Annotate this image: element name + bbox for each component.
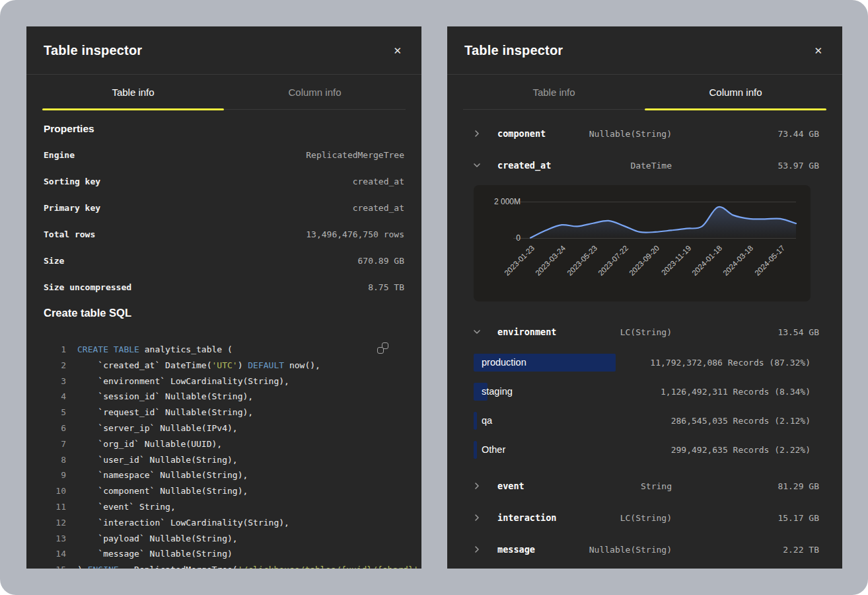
close-icon[interactable]: ✕	[811, 43, 825, 58]
sql-lines: 1CREATE TABLE analytics_table (2 `create…	[44, 342, 404, 569]
column-size: 53.97 GB	[672, 161, 819, 171]
property-value: created_at	[353, 203, 404, 213]
sql-text: `payload` Nullable(String),	[77, 531, 238, 547]
value-label: Other	[482, 444, 505, 455]
value-bar	[474, 412, 477, 430]
x-axis-label: 2024-03-18	[721, 244, 754, 277]
sql-text: `environment` LowCardinality(String),	[77, 374, 289, 389]
copy-button[interactable]	[377, 342, 388, 354]
chevron-down-icon[interactable]	[474, 162, 480, 169]
tab-column-info[interactable]: Column info	[224, 75, 406, 109]
chevron-right-icon[interactable]	[474, 546, 480, 553]
sql-text: `request_id` Nullable(String),	[77, 405, 253, 420]
tab-column-info[interactable]: Column info	[645, 75, 826, 109]
column-row-environment[interactable]: environmentLC(String)13.54 GB	[474, 316, 819, 348]
value-row-qa: qa286,545,035 Records (2.12%)	[474, 406, 819, 435]
sql-text: `server_ip` Nullable(IPv4),	[77, 420, 238, 436]
property-value: 670.89 GB	[358, 256, 404, 266]
value-row-staging: staging1,126,492,311 Records (8.34%)	[474, 377, 819, 406]
property-label: Total rows	[44, 229, 95, 239]
sql-text: ) ENGINE = ReplicatedMergeTree('/clickho…	[77, 562, 419, 569]
value-bar-track: qa	[474, 412, 614, 430]
line-number: 3	[44, 374, 66, 389]
x-axis-label: 2023-01-23	[503, 244, 536, 277]
property-row: Sorting keycreated_at	[44, 168, 404, 194]
property-row: Size670.89 GB	[44, 247, 404, 274]
column-type: LC(String)	[566, 513, 672, 523]
value-label: production	[482, 357, 526, 368]
x-axis-label: 2023-09-20	[628, 244, 661, 277]
line-number: 11	[44, 499, 66, 515]
column-row-component[interactable]: componentNullable(String)73.44 GB	[474, 118, 819, 149]
column-name: component	[497, 128, 566, 139]
dialog-title: Table inspector	[464, 43, 563, 58]
line-number: 14	[44, 546, 66, 562]
sql-line: 10 `component` Nullable(String),	[44, 483, 404, 499]
sql-line: 14 `message` Nullable(String)	[44, 546, 404, 562]
x-axis-label: 2023-03-24	[534, 244, 567, 277]
sql-text: `namespace` Nullable(String),	[77, 467, 248, 483]
table-inspector-dialog-right: Table inspector ✕ Table info Column info…	[447, 26, 842, 569]
line-number: 2	[44, 358, 66, 374]
tab-table-info[interactable]: Table info	[463, 75, 645, 109]
line-number: 13	[44, 531, 66, 547]
column-row-message[interactable]: messageNullable(String)2.22 TB	[474, 534, 819, 565]
property-label: Size uncompressed	[44, 282, 131, 292]
column-size: 73.44 GB	[672, 129, 819, 139]
tab-table-info[interactable]: Table info	[42, 75, 224, 109]
sql-text: `user_id` Nullable(String),	[77, 452, 238, 468]
y-axis-label-zero: 0	[488, 233, 521, 243]
tab-bar: Table info Column info	[42, 75, 406, 110]
line-number: 9	[44, 467, 66, 483]
property-value: 8.75 TB	[368, 282, 404, 292]
sql-line: 7 `org_id` Nullable(UUID),	[44, 436, 404, 452]
property-row: Total rows13,496,476,750 rows	[44, 221, 404, 247]
column-list: componentNullable(String)73.44 GBcreated…	[474, 118, 819, 565]
property-row: EngineReplicatedMergeTree	[44, 141, 404, 168]
column-name: event	[497, 481, 566, 491]
x-axis-label: 2024-01-18	[690, 244, 723, 277]
property-value: created_at	[353, 177, 404, 186]
line-number: 12	[44, 515, 66, 531]
property-row: Size uncompressed8.75 TB	[44, 274, 404, 300]
chevron-right-icon[interactable]	[474, 514, 480, 521]
close-icon[interactable]: ✕	[390, 43, 404, 58]
column-size: 15.17 GB	[672, 513, 819, 523]
chevron-right-icon[interactable]	[474, 130, 480, 137]
sql-line: 9 `namespace` Nullable(String),	[44, 467, 404, 483]
value-bar-track: Other	[474, 441, 614, 459]
chart-area-fill	[530, 207, 796, 238]
properties-list: EngineReplicatedMergeTreeSorting keycrea…	[44, 141, 404, 300]
sql-text: `session_id` Nullable(String),	[77, 389, 253, 405]
column-type: Nullable(String)	[566, 129, 672, 139]
property-label: Size	[44, 256, 64, 266]
sql-line: 4 `session_id` Nullable(String),	[44, 389, 404, 405]
line-number: 7	[44, 436, 66, 452]
chevron-right-icon[interactable]	[474, 483, 480, 489]
sql-line: 5 `request_id` Nullable(String),	[44, 405, 404, 420]
line-number: 10	[44, 483, 66, 499]
area-line-chart	[530, 202, 796, 240]
column-row-interaction[interactable]: interactionLC(String)15.17 GB	[474, 502, 819, 534]
column-row-event[interactable]: eventString81.29 GB	[474, 470, 819, 502]
tab-bar: Table info Column info	[463, 75, 826, 110]
column-info-body: componentNullable(String)73.44 GBcreated…	[447, 110, 842, 569]
column-type: String	[566, 481, 672, 491]
sql-code-block: 1CREATE TABLE analytics_table (2 `create…	[44, 342, 404, 569]
line-number: 6	[44, 420, 66, 436]
column-size: 81.29 GB	[672, 481, 819, 491]
sql-line: 11 `event` String,	[44, 499, 404, 515]
value-label: qa	[482, 415, 492, 426]
column-size: 13.54 GB	[672, 327, 819, 337]
value-row-other: Other299,492,635 Records (2.22%)	[474, 435, 819, 464]
x-axis-label: 2023-07-22	[597, 244, 630, 277]
chevron-down-icon[interactable]	[474, 329, 480, 335]
line-number: 8	[44, 452, 66, 468]
sql-text: `message` Nullable(String)	[77, 546, 233, 562]
column-type: LC(String)	[566, 327, 672, 337]
column-row-created_at[interactable]: created_atDateTime53.97 GB	[474, 149, 819, 181]
value-records: 1,126,492,311 Records (8.34%)	[614, 387, 819, 397]
value-records: 11,792,372,086 Records (87.32%)	[614, 358, 819, 368]
property-row: Primary keycreated_at	[44, 194, 404, 221]
value-bar-track: staging	[474, 383, 614, 401]
